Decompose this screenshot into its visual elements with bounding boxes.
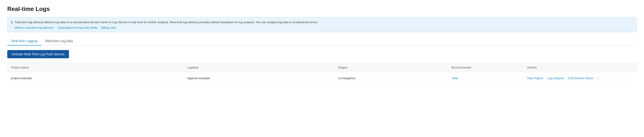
activate-button[interactable]: Activate Real-Time Log Push Service xyxy=(7,50,69,58)
edit-domain-link[interactable]: Edit Domain Name xyxy=(568,76,593,80)
col-header-actions: Actions xyxy=(524,63,637,72)
view-report-link[interactable]: View Report xyxy=(527,76,543,80)
info-icon: ℹ xyxy=(11,20,12,24)
bound-domain-view-link[interactable]: View xyxy=(452,76,458,80)
cell-region: cn-hangzhou xyxy=(334,72,448,84)
separator-1: | xyxy=(545,76,546,80)
col-header-bound-domain: Bound Domain xyxy=(448,63,524,72)
banner-link-billing[interactable]: Billing rules xyxy=(101,26,116,29)
col-header-project: Project Name xyxy=(7,63,184,72)
banner-link-what-is[interactable]: What is real-time log delivery? xyxy=(15,26,54,29)
banner-links: What is real-time log delivery? Descript… xyxy=(15,26,318,29)
tab-realtime-logging[interactable]: Real-time Logging xyxy=(7,37,42,46)
banner-text: Real-time log delivery delivers log data… xyxy=(15,20,318,25)
col-header-logstore: Logstore xyxy=(184,63,334,72)
banner-content: Real-time log delivery delivers log data… xyxy=(15,20,318,29)
cell-project-name: project-example xyxy=(7,72,184,84)
tab-realtime-log-data[interactable]: Real-time Log Data xyxy=(42,37,77,46)
cell-logstore: logstore-example xyxy=(184,72,334,84)
log-analysis-link[interactable]: Log analysis xyxy=(548,76,564,80)
cell-actions: View Report | Log analysis | Edit Domain… xyxy=(524,72,637,84)
table-row: project-example logstore-example cn-hang… xyxy=(7,72,637,84)
banner-link-descriptions[interactable]: Descriptions of log entry fields xyxy=(58,26,98,29)
separator-2: | xyxy=(566,76,566,80)
logs-table: Project Name Logstore Region Bound Domai… xyxy=(7,63,637,85)
more-actions-icon[interactable]: ⋮ xyxy=(595,75,602,81)
info-banner: ℹ Real-time log delivery delivers log da… xyxy=(7,17,637,32)
actions-container: View Report | Log analysis | Edit Domain… xyxy=(527,75,633,81)
cell-bound-domain: View xyxy=(448,72,524,84)
table-header-row: Project Name Logstore Region Bound Domai… xyxy=(7,63,637,72)
col-header-region: Region xyxy=(334,63,448,72)
page-title: Real-time Logs xyxy=(7,6,637,12)
tab-bar: Real-time Logging Real-time Log Data xyxy=(7,37,637,46)
